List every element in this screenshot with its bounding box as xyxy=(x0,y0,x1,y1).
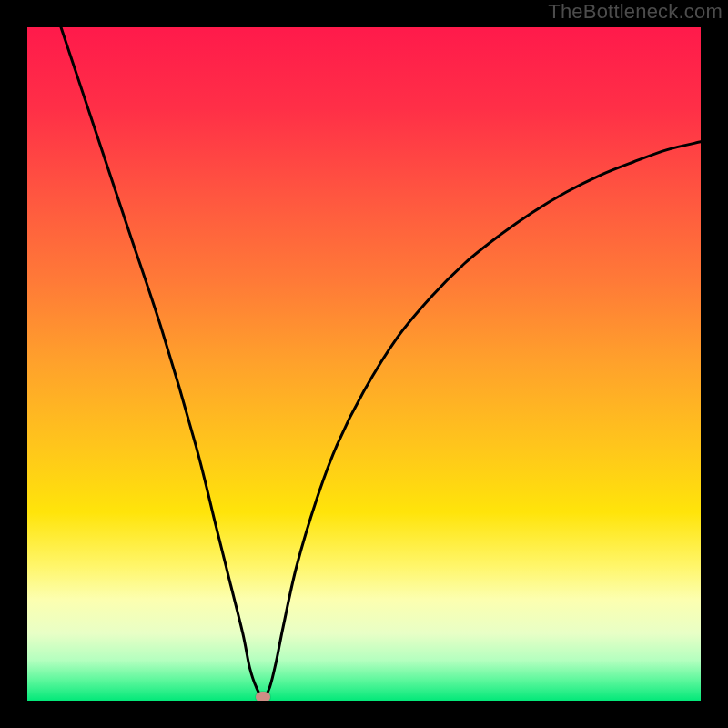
optimal-marker xyxy=(256,692,270,701)
watermark-text: TheBottleneck.com xyxy=(548,0,723,24)
curve xyxy=(27,27,701,701)
chart-frame: TheBottleneck.com xyxy=(0,0,728,728)
plot-area xyxy=(27,27,701,701)
